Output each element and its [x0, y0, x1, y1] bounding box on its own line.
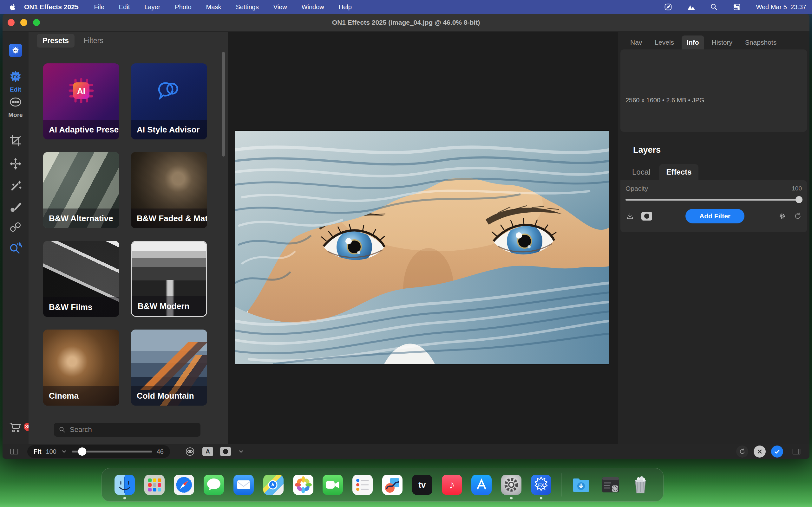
dock-item-downloads[interactable] — [571, 475, 591, 495]
store-cart-button[interactable]: 30 — [3, 420, 29, 434]
preset-tile[interactable]: B&W Films — [43, 241, 119, 317]
layer-mask-icon[interactable] — [641, 212, 652, 221]
appletv-icon: tv — [412, 475, 432, 495]
status-control-center-icon[interactable] — [732, 2, 742, 12]
bottom-toolbar: Fit 100 46 A — [3, 444, 809, 459]
add-filter-button[interactable]: Add Filter — [686, 209, 745, 223]
dock-item-appstore[interactable] — [471, 475, 492, 495]
presets-tab-filters[interactable]: Filters — [78, 34, 109, 48]
preview-eye-icon[interactable] — [185, 446, 195, 457]
zoom-percent[interactable]: 100 — [46, 448, 56, 455]
menu-bar: ON1 Effects 2025 FileEditLayerPhotoMaskS… — [0, 0, 812, 14]
tool-label: More — [8, 112, 22, 118]
dock-item-reminders[interactable] — [352, 475, 373, 495]
move-tool-button[interactable] — [3, 157, 29, 172]
photo-image[interactable] — [235, 131, 609, 364]
menu-item-window[interactable]: Window — [302, 3, 324, 11]
right-tab-snapshots[interactable]: Snapshots — [740, 36, 781, 49]
zoom-slider[interactable] — [72, 447, 152, 456]
status-mountain-icon[interactable] — [687, 2, 696, 12]
layers-tab-local[interactable]: Local — [625, 164, 657, 180]
preset-tile[interactable]: AIAI Adaptive Presets — [43, 63, 119, 139]
opacity-slider-knob[interactable] — [796, 196, 803, 203]
dock: tv♪FX — [101, 468, 664, 502]
zoom-slider-knob[interactable] — [78, 447, 86, 456]
maps-icon — [263, 475, 284, 495]
zoom-pan-tool-button[interactable] — [3, 241, 29, 256]
menu-item-view[interactable]: View — [273, 3, 287, 11]
dock-item-freeform[interactable] — [382, 475, 403, 495]
mail-icon — [234, 475, 254, 495]
dock-item-minimized-window[interactable] — [600, 475, 621, 495]
dock-item-launchpad[interactable] — [144, 475, 165, 495]
fit-button[interactable]: Fit — [34, 448, 41, 455]
effects-reset-icon[interactable] — [794, 212, 802, 220]
dock-item-facetime[interactable] — [322, 475, 343, 495]
zoom-dropdown-chevron-icon[interactable] — [61, 448, 67, 455]
finder-icon — [114, 475, 135, 495]
menu-app-name[interactable]: ON1 Effects 2025 — [24, 3, 79, 11]
dock-item-messages[interactable] — [204, 475, 224, 495]
menu-item-edit[interactable]: Edit — [119, 3, 130, 11]
cancel-button[interactable] — [754, 446, 766, 458]
menu-item-help[interactable]: Help — [339, 3, 352, 11]
toggle-left-panel-icon[interactable] — [9, 447, 19, 456]
menu-item-mask[interactable]: Mask — [206, 3, 221, 11]
layers-tab-effects[interactable]: Effects — [659, 164, 699, 180]
dock-item-safari[interactable] — [174, 475, 194, 495]
minimize-window-button[interactable] — [20, 19, 27, 26]
right-tab-levels[interactable]: Levels — [650, 36, 679, 49]
status-on1-logo-icon[interactable] — [664, 2, 673, 12]
more-modules-button[interactable]: More — [3, 95, 29, 118]
opacity-slider[interactable] — [625, 196, 802, 203]
presets-scrollbar[interactable] — [222, 52, 225, 157]
preset-label: Cold Mountain — [131, 386, 207, 406]
preset-tile[interactable]: B&W Faded & Matte — [131, 152, 207, 228]
search-icon — [58, 426, 66, 434]
status-search-icon[interactable] — [709, 2, 719, 12]
dock-item-finder[interactable] — [114, 475, 135, 495]
preset-tile[interactable]: Cinema — [43, 330, 119, 406]
mask-brush-tool-button[interactable] — [3, 200, 29, 216]
toggle-right-panel-icon[interactable] — [792, 447, 801, 456]
zoom-window-button[interactable] — [33, 19, 40, 26]
crop-tool-button[interactable] — [3, 134, 29, 149]
dock-item-settings[interactable] — [501, 475, 521, 495]
done-button[interactable] — [771, 446, 783, 458]
preset-tile[interactable]: B&W Modern — [131, 241, 207, 317]
effects-settings-gear-icon[interactable] — [778, 212, 786, 221]
canvas-area[interactable] — [228, 32, 618, 444]
preset-tile[interactable]: Cold Mountain — [131, 330, 207, 406]
export-preset-icon[interactable] — [625, 212, 635, 221]
menu-item-photo[interactable]: Photo — [175, 3, 191, 11]
apple-menu-icon[interactable] — [6, 3, 20, 11]
menu-item-file[interactable]: File — [94, 3, 104, 11]
dock-item-on1fx[interactable]: FX — [531, 475, 551, 495]
menu-item-layer[interactable]: Layer — [144, 3, 160, 11]
preset-search[interactable] — [54, 423, 200, 437]
preset-tile[interactable]: B&W Alternative — [43, 152, 119, 228]
compare-a-icon[interactable]: A — [202, 447, 213, 456]
title-bar[interactable]: ON1 Effects 2025 (image_04.jpg @ 46.0% 8… — [3, 14, 809, 32]
dock-item-mail[interactable] — [234, 475, 254, 495]
mask-view-icon[interactable] — [220, 447, 231, 456]
refine-tool-button[interactable] — [3, 220, 29, 235]
close-window-button[interactable] — [8, 19, 14, 26]
reset-button[interactable] — [736, 446, 748, 458]
right-tab-nav[interactable]: Nav — [625, 36, 647, 49]
right-tab-history[interactable]: History — [707, 36, 738, 49]
presets-tab-presets[interactable]: Presets — [37, 34, 74, 48]
dock-item-music[interactable]: ♪ — [442, 475, 462, 495]
ai-wand-tool-button[interactable] — [3, 179, 29, 194]
view-options-chevron-icon[interactable] — [238, 448, 244, 455]
right-tab-info[interactable]: Info — [681, 36, 704, 49]
dock-item-maps[interactable] — [263, 475, 284, 495]
menu-item-settings[interactable]: Settings — [236, 3, 258, 11]
preset-tile[interactable]: AI Style Advisor — [131, 63, 207, 139]
menu-clock[interactable]: Wed Mar 5 23:37 — [756, 3, 806, 11]
dock-item-appletv[interactable]: tv — [412, 475, 432, 495]
dock-item-photos[interactable] — [293, 475, 313, 495]
dock-item-trash[interactable] — [630, 475, 651, 495]
search-input[interactable] — [70, 426, 196, 434]
edit-module-button[interactable]: FXEdit — [3, 70, 29, 93]
